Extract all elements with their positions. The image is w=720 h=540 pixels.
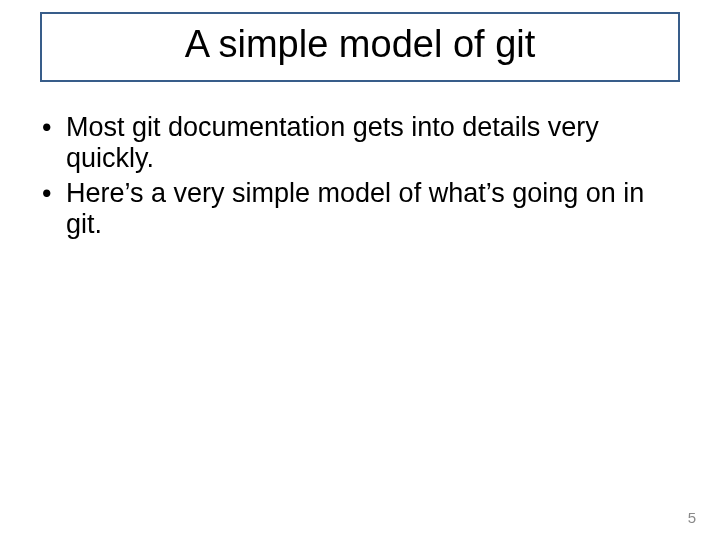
list-item: Most git documentation gets into details… — [34, 112, 686, 174]
slide: A simple model of git Most git documenta… — [0, 0, 720, 540]
title-box: A simple model of git — [40, 12, 680, 82]
slide-title: A simple model of git — [62, 24, 658, 66]
list-item: Here’s a very simple model of what’s goi… — [34, 178, 686, 240]
page-number: 5 — [688, 509, 696, 526]
bullet-list: Most git documentation gets into details… — [34, 112, 686, 240]
slide-body: Most git documentation gets into details… — [30, 112, 690, 240]
